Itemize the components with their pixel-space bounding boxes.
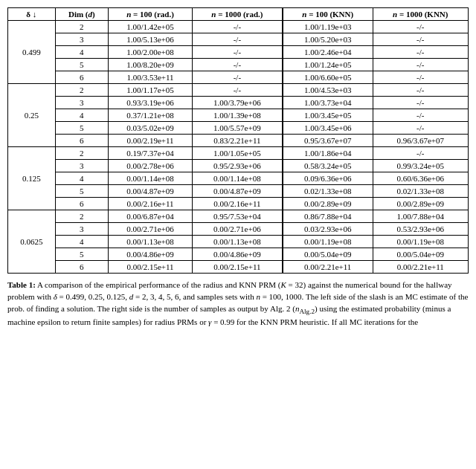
delta-cell: 0.125	[8, 147, 56, 210]
knn1000-cell: -/-	[373, 59, 468, 71]
rad1000-cell: 0.00/2.16e+11	[192, 198, 283, 210]
rad1000-cell: -/-	[192, 71, 283, 84]
rad100-cell: 0.19/7.37e+04	[109, 147, 193, 160]
dim-cell: 6	[55, 261, 109, 274]
dim-cell: 4	[55, 46, 109, 59]
rad1000-cell: -/-	[192, 21, 283, 33]
dim-cell: 3	[55, 33, 109, 46]
header-knn100: n = 100 (KNN)	[283, 8, 373, 21]
knn1000-cell: 1.00/7.88e+04	[373, 210, 468, 223]
knn100-cell: 0.02/1.33e+08	[283, 185, 373, 198]
rad1000-cell: 0.00/2.71e+06	[192, 223, 283, 236]
delta-cell: 0.0625	[8, 210, 56, 274]
dim-cell: 6	[55, 198, 109, 210]
rad1000-cell: 0.95/2.93e+06	[192, 160, 283, 172]
knn1000-cell: -/-	[373, 46, 468, 59]
knn100-cell: 1.00/3.45e+06	[283, 122, 373, 135]
caption-text: A comparison of the empirical performanc…	[7, 280, 468, 326]
dim-cell: 2	[55, 147, 109, 160]
rad100-cell: 0.00/1.14e+08	[109, 172, 193, 185]
rad1000-cell: 1.00/5.57e+09	[192, 122, 283, 135]
rad1000-cell: 1.00/3.79e+06	[192, 97, 283, 109]
knn100-cell: 0.00/2.21e+11	[283, 261, 373, 274]
header-rad1000: n = 1000 (rad.)	[192, 8, 283, 21]
rad100-cell: 0.93/3.19e+06	[109, 97, 193, 109]
dim-cell: 3	[55, 160, 109, 172]
knn1000-cell: -/-	[373, 33, 468, 46]
rad1000-cell: 1.00/1.39e+08	[192, 109, 283, 122]
rad1000-cell: 0.95/7.53e+04	[192, 210, 283, 223]
knn1000-cell: -/-	[373, 84, 468, 97]
delta-cell: 0.25	[8, 84, 56, 147]
dim-cell: 3	[55, 97, 109, 109]
dim-cell: 2	[55, 21, 109, 33]
knn100-cell: 1.00/1.86e+04	[283, 147, 373, 160]
knn1000-cell: -/-	[373, 21, 468, 33]
caption-label: Table 1:	[7, 280, 36, 289]
knn1000-cell: 0.99/3.24e+05	[373, 160, 468, 172]
knn1000-cell: 0.00/5.04e+09	[373, 248, 468, 261]
rad1000-cell: 0.00/2.15e+11	[192, 261, 283, 274]
rad100-cell: 1.00/2.00e+08	[109, 46, 193, 59]
dim-cell: 2	[55, 210, 109, 223]
knn1000-cell: -/-	[373, 71, 468, 84]
knn100-cell: 0.58/3.24e+05	[283, 160, 373, 172]
knn100-cell: 0.00/2.89e+09	[283, 198, 373, 210]
rad100-cell: 1.00/5.13e+06	[109, 33, 193, 46]
rad100-cell: 0.00/4.87e+09	[109, 185, 193, 198]
rad1000-cell: -/-	[192, 33, 283, 46]
dim-cell: 4	[55, 172, 109, 185]
rad100-cell: 0.00/2.16e+11	[109, 198, 193, 210]
results-table: δ ↓ Dim (d) n = 100 (rad.) n = 1000 (rad…	[7, 7, 469, 274]
dim-cell: 5	[55, 59, 109, 71]
rad1000-cell: -/-	[192, 84, 283, 97]
rad100-cell: 0.00/6.87e+04	[109, 210, 193, 223]
header-dim: Dim (d)	[55, 8, 109, 21]
rad100-cell: 0.37/1.21e+08	[109, 109, 193, 122]
knn1000-cell: 0.60/6.36e+06	[373, 172, 468, 185]
knn1000-cell: -/-	[373, 147, 468, 160]
knn100-cell: 1.00/2.46e+04	[283, 46, 373, 59]
knn100-cell: 1.00/1.19e+03	[283, 21, 373, 33]
rad100-cell: 0.00/4.86e+09	[109, 248, 193, 261]
knn1000-cell: 0.00/1.19e+08	[373, 236, 468, 248]
knn100-cell: 1.00/6.60e+05	[283, 71, 373, 84]
knn100-cell: 0.00/1.19e+08	[283, 236, 373, 248]
rad100-cell: 0.00/2.19e+11	[109, 135, 193, 147]
header-knn1000: n = 1000 (KNN)	[373, 8, 468, 21]
knn100-cell: 1.00/1.24e+05	[283, 59, 373, 71]
rad100-cell: 1.00/1.17e+05	[109, 84, 193, 97]
dim-cell: 6	[55, 71, 109, 84]
knn100-cell: 1.00/3.45e+05	[283, 109, 373, 122]
rad1000-cell: 0.00/4.86e+09	[192, 248, 283, 261]
rad100-cell: 0.00/2.15e+11	[109, 261, 193, 274]
knn1000-cell: 0.02/1.33e+08	[373, 185, 468, 198]
rad100-cell: 0.00/2.71e+06	[109, 223, 193, 236]
knn1000-cell: -/-	[373, 122, 468, 135]
rad100-cell: 1.00/1.42e+05	[109, 21, 193, 33]
knn1000-cell: 0.96/3.67e+07	[373, 135, 468, 147]
knn1000-cell: 0.00/2.21e+11	[373, 261, 468, 274]
rad1000-cell: 0.00/1.13e+08	[192, 236, 283, 248]
knn100-cell: 1.00/4.53e+03	[283, 84, 373, 97]
knn100-cell: 0.09/6.36e+06	[283, 172, 373, 185]
rad1000-cell: 0.00/4.87e+09	[192, 185, 283, 198]
knn1000-cell: 0.53/2.93e+06	[373, 223, 468, 236]
knn100-cell: 0.03/2.93e+06	[283, 223, 373, 236]
knn100-cell: 1.00/5.20e+03	[283, 33, 373, 46]
dim-cell: 6	[55, 135, 109, 147]
rad100-cell: 0.03/5.02e+09	[109, 122, 193, 135]
knn100-cell: 0.95/3.67e+07	[283, 135, 373, 147]
dim-cell: 3	[55, 223, 109, 236]
knn1000-cell: -/-	[373, 97, 468, 109]
knn100-cell: 0.00/5.04e+09	[283, 248, 373, 261]
rad100-cell: 1.00/3.53e+11	[109, 71, 193, 84]
rad1000-cell: 0.00/1.14e+08	[192, 172, 283, 185]
knn1000-cell: 0.00/2.89e+09	[373, 198, 468, 210]
rad1000-cell: 0.83/2.21e+11	[192, 135, 283, 147]
delta-cell: 0.499	[8, 21, 56, 84]
dim-cell: 5	[55, 185, 109, 198]
dim-cell: 5	[55, 248, 109, 261]
header-rad100: n = 100 (rad.)	[109, 8, 193, 21]
rad1000-cell: -/-	[192, 46, 283, 59]
